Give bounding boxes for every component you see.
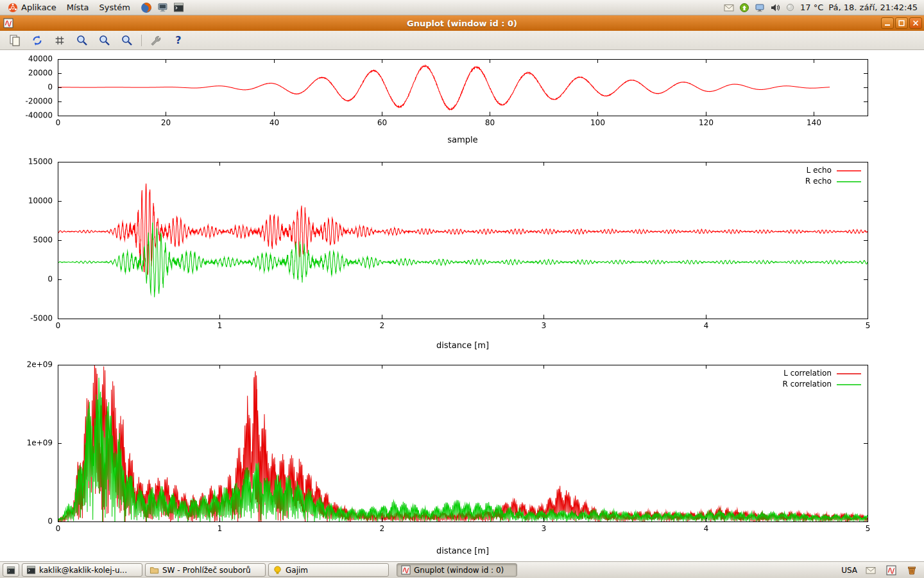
toolbar-help-button[interactable]: ? bbox=[170, 33, 187, 48]
menu-places-label: Místa bbox=[67, 3, 89, 12]
computer-launcher-icon[interactable] bbox=[157, 2, 168, 13]
updates-icon[interactable] bbox=[739, 3, 749, 13]
close-icon bbox=[912, 19, 920, 27]
copy-icon bbox=[8, 34, 21, 47]
titlebar[interactable]: Gnuplot (window id : 0) bbox=[0, 15, 924, 31]
magnifier-icon bbox=[76, 34, 89, 47]
menu-applications[interactable]: Aplikace bbox=[3, 0, 62, 15]
mail-notification-icon[interactable] bbox=[724, 3, 734, 13]
window-icon bbox=[3, 18, 13, 28]
window-buttons bbox=[881, 17, 922, 29]
minimize-button[interactable] bbox=[881, 17, 894, 29]
keyboard-layout-indicator[interactable]: USA bbox=[841, 566, 857, 575]
gnuplot-window: Gnuplot (window id : 0) ? bbox=[0, 15, 924, 561]
task-label: Gajim bbox=[286, 566, 308, 575]
panel-status-area: 17 °C Pá, 18. září, 21:42:45 bbox=[724, 3, 921, 13]
task-label: Gnuplot (window id : 0) bbox=[414, 566, 504, 575]
task-label: kaklik@kaklik-kolej-u... bbox=[39, 566, 127, 575]
gnuplot-toolbar: ? bbox=[0, 31, 924, 50]
show-desktop-button[interactable] bbox=[3, 563, 19, 577]
gnuplot-icon bbox=[886, 565, 896, 575]
toolbar-grid-button[interactable] bbox=[51, 33, 68, 48]
wrench-icon bbox=[150, 34, 162, 47]
trash-icon bbox=[907, 565, 917, 575]
grid-icon bbox=[54, 35, 65, 46]
gnuplot-icon bbox=[401, 565, 411, 575]
volume-icon[interactable] bbox=[770, 3, 780, 13]
chart-correlation[interactable] bbox=[0, 356, 924, 561]
task-label: SW - Prohlížeč souborů bbox=[162, 566, 251, 575]
menu-places[interactable]: Místa bbox=[62, 0, 94, 15]
toolbar-autoscale-button[interactable] bbox=[119, 33, 135, 48]
desktop: Aplikace Místa Systém 17 °C Pá, 18. září… bbox=[0, 0, 924, 578]
menu-system-label: Systém bbox=[99, 3, 130, 12]
maximize-button[interactable] bbox=[895, 17, 908, 29]
toolbar-zoom-previous-button[interactable] bbox=[74, 33, 90, 48]
terminal-icon bbox=[26, 565, 36, 575]
toolbar-replot-button[interactable] bbox=[29, 33, 46, 48]
gnome-top-panel: Aplikace Místa Systém 17 °C Pá, 18. září… bbox=[0, 0, 924, 15]
tray-mail[interactable] bbox=[864, 564, 878, 577]
task-gajim[interactable]: Gajim bbox=[268, 563, 389, 577]
firefox-launcher-icon[interactable] bbox=[141, 2, 152, 13]
gnome-taskbar: kaklik@kaklik-kolej-u... SW - Prohlížeč … bbox=[0, 561, 924, 578]
desktop-icon bbox=[6, 566, 15, 575]
toolbar-settings-button[interactable] bbox=[148, 33, 164, 48]
terminal-launcher-icon[interactable] bbox=[173, 2, 184, 13]
magnifier-icon bbox=[121, 34, 133, 47]
clock-label[interactable]: Pá, 18. září, 21:42:45 bbox=[828, 3, 918, 12]
plot-area bbox=[0, 50, 924, 561]
toolbar-separator bbox=[141, 35, 142, 46]
menu-system[interactable]: Systém bbox=[94, 0, 135, 15]
mail-icon bbox=[866, 565, 876, 575]
menu-applications-label: Aplikace bbox=[21, 3, 56, 12]
temperature-label[interactable]: 17 °C bbox=[800, 3, 823, 12]
panel-launchers bbox=[141, 2, 184, 13]
task-terminal[interactable]: kaklik@kaklik-kolej-u... bbox=[22, 563, 142, 577]
trash-applet[interactable] bbox=[905, 564, 919, 577]
toolbar-copy-button[interactable] bbox=[6, 33, 23, 48]
chart-sample-waveform[interactable] bbox=[0, 50, 924, 150]
task-file-manager[interactable]: SW - Prohlížeč souborů bbox=[145, 563, 266, 577]
taskbar-right: USA bbox=[841, 564, 921, 577]
weather-icon[interactable] bbox=[785, 3, 795, 12]
toolbar-zoom-next-button[interactable] bbox=[96, 33, 113, 48]
task-gnuplot[interactable]: Gnuplot (window id : 0) bbox=[397, 563, 517, 577]
window-title: Gnuplot (window id : 0) bbox=[0, 19, 924, 28]
help-icon: ? bbox=[175, 34, 181, 46]
gajim-icon bbox=[273, 565, 282, 575]
refresh-icon bbox=[31, 34, 44, 47]
chart-echo[interactable] bbox=[0, 150, 924, 356]
maximize-icon bbox=[898, 19, 905, 27]
magnifier-icon bbox=[98, 34, 111, 47]
minimize-icon bbox=[884, 19, 891, 27]
ubuntu-logo-icon bbox=[8, 3, 18, 13]
close-button[interactable] bbox=[909, 17, 922, 29]
file-manager-icon bbox=[150, 565, 159, 575]
display-icon[interactable] bbox=[755, 3, 765, 13]
tray-gnuplot[interactable] bbox=[884, 564, 898, 577]
